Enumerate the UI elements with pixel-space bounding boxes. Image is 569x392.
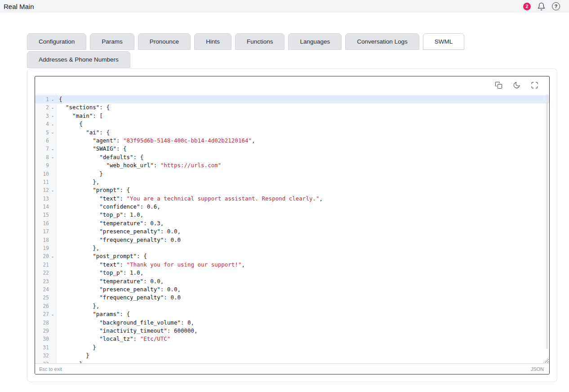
code-line[interactable]: { <box>56 95 62 103</box>
code-line[interactable]: "sections": { <box>56 103 110 111</box>
code-line[interactable]: }, <box>56 178 99 186</box>
gutter-cell: 6 <box>35 137 56 145</box>
code-line[interactable]: "background_file_volume": 0, <box>56 319 194 327</box>
gutter-cell: 15 <box>35 211 56 219</box>
code-line[interactable]: "params": { <box>56 310 130 318</box>
code-row: 2⌄ "sections": { <box>35 103 549 111</box>
code-line[interactable]: "top_p": 1.0, <box>56 211 143 219</box>
fold-chevron-icon[interactable]: ⌄ <box>49 130 56 134</box>
fold-chevron-icon[interactable]: ⌄ <box>49 98 56 102</box>
scrollbar-thumb[interactable] <box>546 94 548 349</box>
fold-chevron-icon[interactable]: ⌄ <box>49 155 56 159</box>
code-line[interactable]: "web_hook_url": "https://urls.com" <box>56 161 221 169</box>
line-number: 4 <box>46 120 49 128</box>
code-line[interactable]: "main": [ <box>56 112 103 120</box>
tab-swml[interactable]: SWML <box>423 33 465 50</box>
tab-bar: ConfigurationParamsPronounceHintsFunctio… <box>27 33 569 68</box>
code-line[interactable]: "temperature": 0.3, <box>56 219 164 227</box>
vertical-scrollbar[interactable] <box>546 94 548 357</box>
code-line[interactable]: "SWAIG": { <box>56 145 127 153</box>
fold-chevron-icon[interactable]: ⌄ <box>49 147 56 151</box>
code-row: 14 "confidence": 0.6, <box>35 203 549 211</box>
code-line[interactable]: "local_tz": "Etc/UTC" <box>56 335 170 343</box>
line-number: 26 <box>43 302 49 310</box>
code-row: 17 "presence_penalty": 0.0, <box>35 227 549 236</box>
code-row: 11 }, <box>35 178 549 186</box>
line-number: 25 <box>43 294 49 302</box>
code-line[interactable]: "agent": "83f95d6b-5148-400c-bb14-4d02b2… <box>56 137 255 145</box>
code-line[interactable]: "prompt": { <box>56 186 130 194</box>
tab-pronounce[interactable]: Pronounce <box>138 33 191 50</box>
code-line[interactable]: } <box>56 360 83 364</box>
code-line[interactable]: "confidence": 0.6, <box>56 203 160 211</box>
line-number: 23 <box>43 277 49 285</box>
code-row: 5⌄ "ai": { <box>35 129 549 137</box>
gutter-cell: 11 <box>35 178 56 186</box>
line-number: 31 <box>43 343 49 352</box>
code-row: 25 "frequency_penalty": 0.0 <box>35 294 549 302</box>
code-line[interactable]: { <box>56 120 83 128</box>
gutter-cell: 30 <box>35 335 56 343</box>
tab-addresses-phone-numbers[interactable]: Addresses & Phone Numbers <box>27 51 130 68</box>
dark-mode-button[interactable] <box>513 81 520 89</box>
code-line[interactable]: "top_p": 1.0, <box>56 269 143 277</box>
line-number: 24 <box>43 285 49 294</box>
tab-params[interactable]: Params <box>90 33 134 50</box>
code-line[interactable]: "frequency_penalty": 0.0 <box>56 236 181 244</box>
line-number: 21 <box>43 261 49 269</box>
tab-functions[interactable]: Functions <box>235 33 285 50</box>
editor-hint: Esc to exit <box>39 366 62 372</box>
gutter-cell: 9 <box>35 161 56 169</box>
help-button[interactable]: ? <box>552 2 560 10</box>
gutter-cell: 25 <box>35 294 56 302</box>
code-line[interactable]: "temperature": 0.0, <box>56 277 164 285</box>
code-line[interactable]: "inactivity_timeout": 600000, <box>56 327 198 335</box>
code-row: 28 "background_file_volume": 0, <box>35 319 549 327</box>
line-number: 6 <box>46 137 49 145</box>
fold-chevron-icon[interactable]: ⌄ <box>49 312 56 316</box>
line-number: 7 <box>46 145 49 153</box>
code-line[interactable]: "text": "Thank you for using our support… <box>56 261 245 269</box>
gutter-cell: 14 <box>35 203 56 211</box>
notifications-button[interactable] <box>537 2 546 11</box>
tab-row-2: Addresses & Phone Numbers <box>27 51 569 68</box>
tab-languages[interactable]: Languages <box>288 33 342 50</box>
copy-button[interactable] <box>495 81 502 89</box>
code-line[interactable]: "text": "You are a technical support ass… <box>56 195 323 203</box>
code-line[interactable]: "ai": { <box>56 129 110 137</box>
fold-chevron-icon[interactable]: ⌄ <box>49 106 56 110</box>
code-line[interactable]: } <box>56 352 89 360</box>
gutter-cell: 8⌄ <box>35 153 56 161</box>
line-number: 27 <box>43 310 49 318</box>
gutter-cell: 27⌄ <box>35 310 56 318</box>
fullscreen-button[interactable] <box>531 81 538 89</box>
editor-toolbar <box>35 76 549 94</box>
fold-chevron-icon[interactable]: ⌄ <box>49 114 56 118</box>
code-row: 1⌄{ <box>35 95 549 103</box>
code-row: 8⌄ "defaults": { <box>35 153 549 161</box>
line-number: 28 <box>43 319 49 327</box>
code-line[interactable]: "post_prompt": { <box>56 252 147 260</box>
fold-chevron-icon[interactable]: ⌄ <box>49 188 56 192</box>
code-editor[interactable]: 1⌄{2⌄ "sections": {3⌄ "main": [4⌄ {5⌄ "a… <box>35 94 549 363</box>
code-line[interactable]: "presence_penalty": 0.0, <box>56 227 181 236</box>
code-row: 22 "top_p": 1.0, <box>35 269 549 277</box>
tab-conversation-logs[interactable]: Conversation Logs <box>345 33 419 50</box>
code-line[interactable]: } <box>56 343 96 352</box>
code-line[interactable]: }, <box>56 302 99 310</box>
line-number: 22 <box>43 269 49 277</box>
tab-configuration[interactable]: Configuration <box>27 33 86 50</box>
code-line[interactable]: "presence_penalty": 0.0, <box>56 285 181 294</box>
code-line[interactable]: "defaults": { <box>56 153 143 161</box>
code-line[interactable]: }, <box>56 244 99 252</box>
tab-row-1: ConfigurationParamsPronounceHintsFunctio… <box>27 33 569 50</box>
tab-hints[interactable]: Hints <box>194 33 231 50</box>
gutter-cell: 20⌄ <box>35 252 56 260</box>
fold-chevron-icon[interactable]: ⌄ <box>49 122 56 126</box>
notification-badge: 2 <box>523 3 531 10</box>
gutter-cell: 32 <box>35 352 56 360</box>
code-line[interactable]: } <box>56 170 103 178</box>
code-line[interactable]: "frequency_penalty": 0.0 <box>56 294 181 302</box>
fold-chevron-icon[interactable]: ⌄ <box>49 254 56 258</box>
code-row: 18 "frequency_penalty": 0.0 <box>35 236 549 244</box>
